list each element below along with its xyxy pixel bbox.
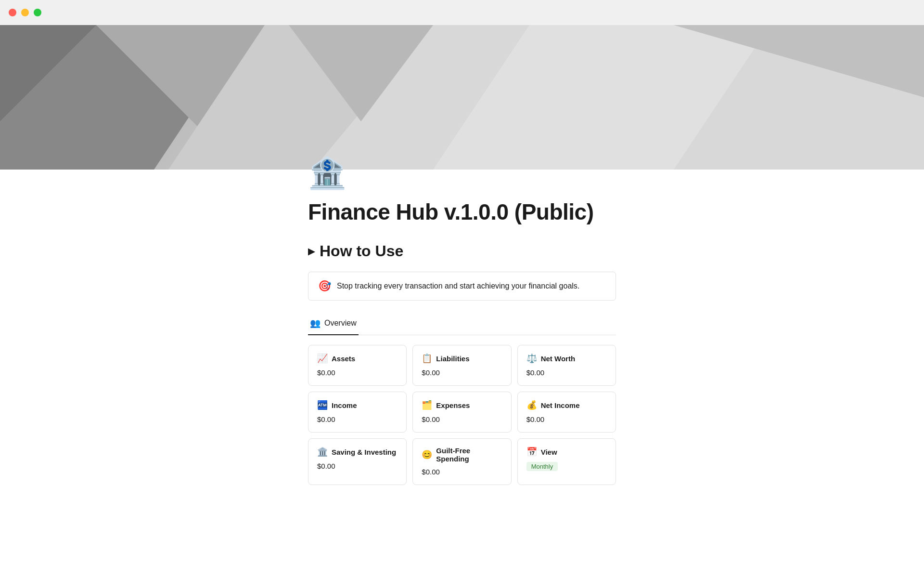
card-emoji-2: ⚖️: [526, 353, 537, 364]
card-title-7: Guilt-Free Spending: [436, 447, 502, 463]
card-value-3: $0.00: [317, 415, 398, 423]
card-badge-8: Monthly: [526, 462, 558, 471]
card-guilt-free-spending[interactable]: 😊Guilt-Free Spending$0.00: [412, 438, 511, 485]
card-value-6: $0.00: [317, 462, 398, 470]
card-net-income[interactable]: 💰Net Income$0.00: [517, 392, 616, 433]
title-bar: [0, 0, 924, 25]
callout-text: Stop tracking every transaction and star…: [337, 280, 579, 292]
page-title: Finance Hub v.1.0.0 (Public): [308, 199, 616, 225]
card-value-5: $0.00: [526, 415, 607, 423]
card-title-0: Assets: [332, 355, 355, 363]
callout-icon: 🎯: [318, 280, 331, 292]
card-title-2: Net Worth: [541, 355, 575, 363]
card-emoji-3: 🏧: [317, 400, 328, 410]
card-emoji-6: 🏛️: [317, 447, 328, 457]
card-liabilities[interactable]: 📋Liabilities$0.00: [412, 345, 511, 386]
card-net-worth[interactable]: ⚖️Net Worth$0.00: [517, 345, 616, 386]
card-value-0: $0.00: [317, 368, 398, 377]
card-assets[interactable]: 📈Assets$0.00: [308, 345, 407, 386]
how-to-use-toggle[interactable]: ▶ How to Use: [308, 242, 616, 260]
card-saving--investing[interactable]: 🏛️Saving & Investing$0.00: [308, 438, 407, 485]
card-view[interactable]: 📅ViewMonthly: [517, 438, 616, 485]
card-emoji-1: 📋: [422, 353, 432, 364]
tab-overview-label: Overview: [324, 319, 357, 328]
card-income[interactable]: 🏧Income$0.00: [308, 392, 407, 433]
how-to-use-heading: How to Use: [320, 242, 403, 260]
card-emoji-0: 📈: [317, 353, 328, 364]
hero-banner: [0, 25, 924, 170]
card-title-1: Liabilities: [436, 355, 469, 363]
card-emoji-7: 😊: [422, 449, 432, 460]
card-value-7: $0.00: [422, 468, 502, 476]
card-title-5: Net Income: [541, 401, 580, 409]
maximize-button[interactable]: [34, 9, 41, 16]
card-value-4: $0.00: [422, 415, 502, 423]
card-emoji-5: 💰: [526, 400, 537, 410]
card-expenses[interactable]: 🗂️Expenses$0.00: [412, 392, 511, 433]
card-title-4: Expenses: [436, 401, 470, 409]
card-emoji-8: 📅: [526, 447, 537, 457]
toggle-arrow-icon: ▶: [308, 246, 315, 257]
cards-grid: 📈Assets$0.00📋Liabilities$0.00⚖️Net Worth…: [308, 345, 616, 485]
card-value-2: $0.00: [526, 368, 607, 377]
card-value-1: $0.00: [422, 368, 502, 377]
tabs-container: 👥 Overview: [308, 314, 616, 335]
card-title-6: Saving & Investing: [332, 448, 396, 456]
page-content: 🏦 Finance Hub v.1.0.0 (Public) ▶ How to …: [289, 155, 635, 514]
hero-svg: [0, 25, 924, 170]
page-icon: 🏦: [308, 155, 616, 191]
minimize-button[interactable]: [21, 9, 29, 16]
card-title-3: Income: [332, 401, 357, 409]
tab-overview-icon: 👥: [310, 318, 321, 328]
card-title-8: View: [541, 448, 557, 456]
tab-overview[interactable]: 👥 Overview: [308, 314, 359, 335]
callout-box: 🎯 Stop tracking every transaction and st…: [308, 272, 616, 301]
close-button[interactable]: [9, 9, 16, 16]
card-emoji-4: 🗂️: [422, 400, 432, 410]
